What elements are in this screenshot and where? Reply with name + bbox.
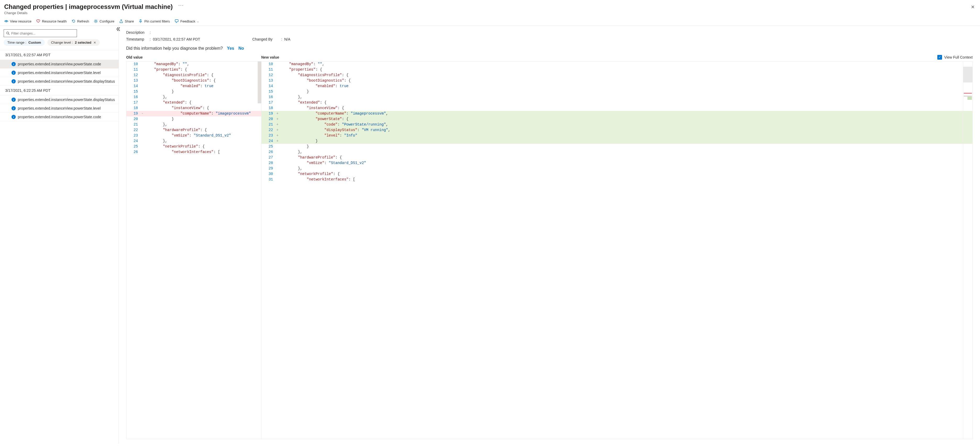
checkbox-checked-icon: ✓ (937, 55, 942, 60)
change-list-item[interactable]: iproperties.extended.instanceView.powerS… (0, 77, 119, 86)
code-line: 10 "managedBy": "", (126, 62, 261, 67)
view-resource-label: View resource (10, 19, 32, 23)
pill-time-value: Custom (29, 41, 41, 44)
code-line: 22+ "displayStatus": "VM running", (261, 127, 972, 133)
code-line: 13 "bootDiagnostics": { (261, 78, 972, 84)
view-full-context-toggle[interactable]: ✓ View Full Context (937, 55, 973, 60)
code-line: 14 "enabled": true (261, 84, 972, 89)
page-subtitle: Change Details (4, 11, 976, 15)
feedback-label: Feedback (180, 19, 195, 23)
svg-point-0 (6, 21, 7, 22)
change-list-item[interactable]: iproperties.extended.instanceView.powerS… (0, 113, 119, 121)
pill-time-range[interactable]: Time range : Custom (4, 39, 45, 46)
filter-input-wrap[interactable] (4, 29, 77, 37)
code-line: 17 "extended": { (126, 100, 261, 105)
change-list: 3/17/2021, 6:22:57 AM PDTiproperties.ext… (0, 50, 119, 121)
eye-icon (4, 19, 8, 23)
pill-level-label: Change level : (51, 41, 73, 44)
minimap[interactable] (963, 62, 972, 439)
search-icon (6, 32, 10, 35)
chevron-down-icon: ⌄ (197, 20, 199, 23)
info-icon: i (11, 79, 16, 84)
configure-button[interactable]: Configure (94, 19, 114, 23)
code-line: 29 }, (261, 166, 972, 171)
change-path: properties.extended.instanceView.powerSt… (18, 98, 115, 102)
view-resource-button[interactable]: View resource (4, 19, 32, 23)
change-list-item[interactable]: iproperties.extended.instanceView.powerS… (0, 68, 119, 77)
change-path: properties.extended.instanceView.powerSt… (18, 79, 115, 84)
code-line: 30 "networkProfile": { (261, 171, 972, 177)
pill-level-value: 2 selected (75, 41, 91, 44)
resource-health-button[interactable]: Resource health (36, 19, 67, 23)
timestamp-value: 03/17/2021, 6:22:57 AM PDT (153, 37, 252, 41)
code-line: 12 "diagnosticsProfile": { (126, 73, 261, 78)
svg-point-2 (6, 32, 9, 34)
code-line: 24+ } (261, 138, 972, 144)
code-line: 20+ "powerState": { (261, 116, 972, 122)
feedback-icon (175, 19, 179, 23)
code-line: 28 "vmSize": "Standard_DS1_v2" (261, 160, 972, 166)
changedby-value: N/A (284, 37, 973, 41)
diagnose-no-link[interactable]: No (239, 46, 244, 51)
code-line: 20 } (126, 116, 261, 122)
code-line: 16 }, (261, 94, 972, 100)
sidebar: ❮❮ Time range : Custom Change level : 2 … (0, 25, 119, 444)
pill-time-label: Time range : (7, 41, 26, 44)
code-line: 19- "computerName": "imageprocessvm" (126, 111, 261, 116)
refresh-label: Refresh (77, 19, 89, 23)
change-path: properties.extended.instanceView.powerSt… (18, 71, 101, 75)
gear-icon (94, 19, 98, 23)
info-icon: i (11, 62, 16, 66)
collapse-sidebar-button[interactable]: ❮❮ (116, 27, 119, 31)
filter-changes-input[interactable] (11, 32, 75, 35)
pin-icon (138, 19, 143, 23)
change-list-item[interactable]: iproperties.extended.instanceView.powerS… (0, 104, 119, 113)
more-icon[interactable]: ··· (178, 3, 184, 8)
pill-change-level[interactable]: Change level : 2 selected ✕ (48, 39, 100, 46)
code-line: 18 "instanceView": { (126, 105, 261, 111)
change-path: properties.extended.instanceView.powerSt… (18, 62, 101, 66)
share-label: Share (125, 19, 134, 23)
diff-pane-new[interactable]: 10 "managedBy": "",11 "properties": {12 … (261, 61, 973, 439)
view-full-context-label: View Full Context (944, 55, 973, 59)
detail-panel: Description : Timestamp : 03/17/2021, 6:… (119, 25, 980, 444)
code-line: 26 }, (261, 149, 972, 155)
heart-icon (36, 19, 40, 23)
pin-filters-button[interactable]: Pin current filters (138, 19, 170, 23)
code-line: 15 } (261, 89, 972, 94)
code-line: 19+ "computerName": "imageprocessvm", (261, 111, 972, 116)
code-line: 18 "instanceView": { (261, 105, 972, 111)
close-button[interactable]: ✕ (970, 3, 976, 11)
scrollbar-thumb[interactable] (258, 62, 261, 103)
code-line: 17 "extended": { (261, 100, 972, 105)
code-line: 23 "vmSize": "Standard_DS1_v2" (126, 133, 261, 138)
info-icon: i (11, 98, 16, 102)
change-list-item[interactable]: iproperties.extended.instanceView.powerS… (0, 95, 119, 104)
code-line: 21 }, (126, 122, 261, 127)
code-line: 27 "hardwareProfile": { (261, 155, 972, 160)
code-line: 23+ "level": "Info" (261, 133, 972, 138)
change-list-item[interactable]: iproperties.extended.instanceView.powerS… (0, 60, 119, 68)
share-button[interactable]: Share (119, 19, 134, 23)
code-line: 13 "bootDiagnostics": { (126, 78, 261, 84)
diagnose-question: Did this information help you diagnose t… (126, 46, 223, 51)
configure-label: Configure (99, 19, 114, 23)
diff-pane-old[interactable]: 10 "managedBy": "",11 "properties": {12 … (126, 61, 261, 439)
resource-health-label: Resource health (42, 19, 67, 23)
command-bar: View resource Resource health Refresh Co… (0, 17, 980, 25)
page-header: Changed properties | imageprocessvm (Vir… (0, 0, 980, 17)
code-line: 11 "properties": { (261, 67, 972, 73)
feedback-button[interactable]: Feedback ⌄ (175, 19, 199, 23)
refresh-button[interactable]: Refresh (72, 19, 89, 23)
new-value-header: New value (261, 55, 937, 59)
old-value-header: Old value (126, 55, 261, 59)
diagnose-yes-link[interactable]: Yes (227, 46, 234, 51)
change-group-header: 3/17/2021, 6:22:25 AM PDT (0, 86, 119, 95)
code-line: 16 }, (126, 94, 261, 100)
timestamp-label: Timestamp (126, 37, 150, 41)
pill-clear-icon[interactable]: ✕ (94, 41, 96, 44)
code-line: 26 "networkInterfaces": [ (126, 149, 261, 155)
change-group-header: 3/17/2021, 6:22:57 AM PDT (0, 50, 119, 60)
code-line: 15 } (126, 89, 261, 94)
refresh-icon (72, 19, 76, 23)
